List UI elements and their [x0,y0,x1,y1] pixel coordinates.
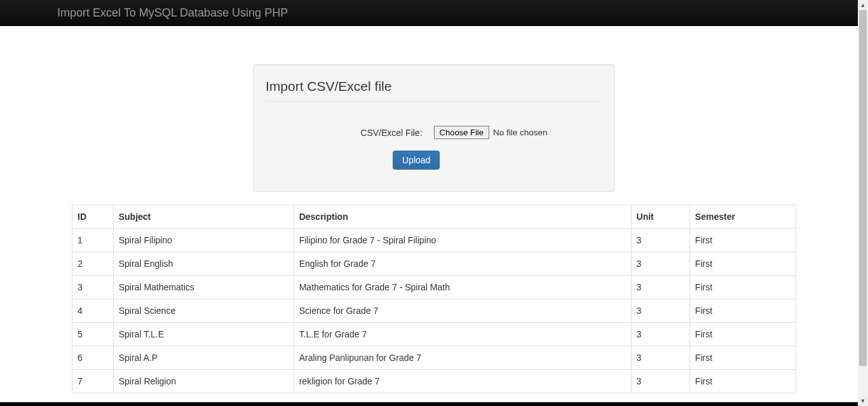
cell-description: T.L.E for Grade 7 [294,323,631,346]
cell-subject: Spiral Science [113,299,294,323]
cell-description: Science for Grade 7 [294,299,631,323]
cell-semester: First [689,276,796,299]
cell-subject: Spiral A.P [113,346,294,370]
file-form-group: CSV/Excel File: Choose File No file chos… [266,114,602,170]
top-navbar: Import Excel To MySQL Database Using PHP [0,0,868,26]
col-unit: Unit [631,205,689,229]
cell-id: 3 [72,276,114,299]
cell-semester: First [689,323,796,346]
table-row: 6Spiral A.PAraling Panlipunan for Grade … [72,346,796,370]
cell-unit: 3 [631,323,689,346]
table-row: 1Spiral FilipinoFilipino for Grade 7 - S… [72,229,796,252]
cell-description: Araling Panlipunan for Grade 7 [294,346,631,370]
cell-semester: First [689,299,796,323]
cell-unit: 3 [631,299,689,323]
col-subject: Subject [113,205,294,229]
table-row: 2Spiral EnglishEnglish for Grade 73First [72,252,796,276]
file-input[interactable]: Choose File No file chosen [434,126,548,139]
cell-subject: Spiral Religion [113,370,294,393]
cell-semester: First [689,252,796,276]
navbar-brand[interactable]: Import Excel To MySQL Database Using PHP [0,0,301,25]
scroll-up-arrow-icon[interactable]: ▲ [859,1,867,9]
cell-id: 6 [72,346,114,370]
cell-unit: 3 [631,346,689,370]
col-id: ID [72,205,114,229]
data-table: ID Subject Description Unit Semester 1Sp… [72,205,796,393]
scrollbar-thumb[interactable] [859,10,867,366]
cell-subject: Spiral Filipino [113,229,294,252]
table-row: 3Spiral MathematicsMathematics for Grade… [72,276,796,299]
cell-description: rekligion for Grade 7 [294,370,631,393]
vertical-scrollbar[interactable]: ▲ ▼ [858,0,868,393]
table-body: 1Spiral FilipinoFilipino for Grade 7 - S… [72,229,796,393]
cell-id: 4 [72,299,114,323]
table-row: 4Spiral ScienceScience for Grade 73First [72,299,796,323]
cell-subject: Spiral Mathematics [113,276,294,299]
main-container: Import CSV/Excel file CSV/Excel File: Ch… [62,64,806,393]
cell-unit: 3 [631,229,689,252]
cell-id: 7 [72,370,114,393]
cell-description: English for Grade 7 [294,252,631,276]
table-header-row: ID Subject Description Unit Semester [72,205,796,229]
choose-file-button[interactable]: Choose File [434,126,489,139]
cell-subject: Spiral T.L.E [113,323,294,346]
cell-semester: First [689,229,796,252]
col-description: Description [294,205,631,229]
table-row: 7Spiral Religionrekligion for Grade 73Fi… [72,370,796,393]
import-legend: Import CSV/Excel file [266,77,602,102]
cell-unit: 3 [631,252,689,276]
cell-description: Mathematics for Grade 7 - Spiral Math [294,276,631,299]
cell-description: Filipino for Grade 7 - Spiral Filipino [294,229,631,252]
table-row: 5Spiral T.L.ET.L.E for Grade 73First [72,323,796,346]
import-panel: Import CSV/Excel file CSV/Excel File: Ch… [253,64,615,192]
file-label: CSV/Excel File: [321,126,423,139]
cell-id: 1 [72,229,114,252]
cell-semester: First [689,346,796,370]
cell-subject: Spiral English [113,252,294,276]
cell-unit: 3 [631,370,689,393]
upload-button[interactable]: Upload [393,151,440,170]
cell-id: 5 [72,323,114,346]
cell-semester: First [689,370,796,393]
col-semester: Semester [689,205,796,229]
cell-id: 2 [72,252,114,276]
cell-unit: 3 [631,276,689,299]
file-status-text: No file chosen [493,126,548,139]
